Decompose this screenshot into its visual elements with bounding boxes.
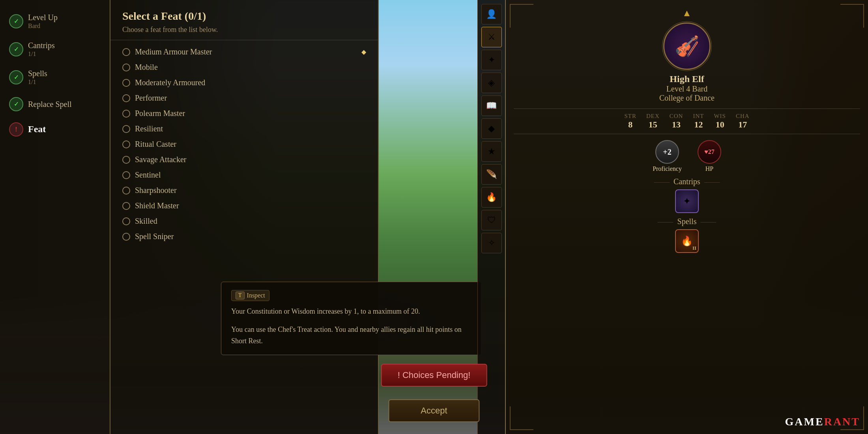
corner-tr [840, 4, 864, 28]
feat-radio [122, 156, 130, 164]
feat-item[interactable]: Medium Armour Master◆ [110, 44, 378, 60]
sidebar-icon-star[interactable]: ★ [481, 141, 502, 162]
choices-pending-button[interactable]: ! Choices Pending! [381, 364, 487, 387]
feat-list[interactable]: Medium Armour Master◆MobileModerately Ar… [110, 40, 378, 245]
stat-label: CON [670, 113, 683, 120]
scroll-up-arrow[interactable]: ▲ [514, 8, 860, 19]
feat-item[interactable]: Resilient [110, 121, 378, 137]
feat-name: Sentinel [135, 170, 161, 180]
sidebar-icon-eye[interactable]: ◈ [481, 73, 502, 93]
sidebar-icon-feather[interactable]: 🪶 [481, 164, 502, 185]
feat-name: Medium Armour Master [135, 47, 212, 56]
feat-name: Moderately Armoured [135, 78, 205, 87]
inspect-label: Inspect [247, 292, 265, 299]
stat-item: CHA17 [736, 113, 750, 130]
feat-item[interactable]: Moderately Armoured [110, 75, 378, 90]
feat-radio [122, 140, 130, 148]
feat-item[interactable]: Tavern Brawler [110, 244, 378, 245]
sidebar-icon-sword[interactable]: ⚔ [481, 27, 502, 47]
stat-item: STR8 [624, 113, 636, 130]
stat-value: 13 [670, 120, 683, 130]
feat-item[interactable]: Sharpshooter [110, 183, 378, 198]
replace-spell-label: Replace Spell [28, 99, 72, 109]
stat-value: 12 [693, 120, 704, 130]
watermark-game: GAME [785, 415, 824, 428]
menu-item-cantrips[interactable]: ✓ Cantrips 1/1 [6, 36, 104, 62]
sidebar-icon-fire[interactable]: 🔥 [481, 187, 502, 208]
cantrips-row: ✦ [514, 189, 860, 213]
proficiency-stat: +2 Proficiency [653, 140, 682, 172]
menu-item-feat[interactable]: ! Feat [6, 118, 104, 141]
feat-tooltip: T Inspect Your Constitution or Wisdom in… [221, 282, 481, 355]
char-panel: ▲ 🎻 High Elf Level 4 Bard College of Dan… [505, 0, 868, 434]
menu-item-replace-spell[interactable]: ✓ Replace Spell [6, 92, 104, 116]
sidebar-icon-shield[interactable]: 🛡 [481, 210, 502, 230]
feat-radio [122, 217, 130, 225]
feat-alert-icon: ! [9, 122, 23, 137]
panel-header: Select a Feat (0/1) Choose a feat from t… [110, 0, 378, 40]
hp-label: HP [698, 165, 721, 172]
stat-value: 10 [714, 120, 726, 130]
feat-name: Shield Master [135, 201, 179, 210]
feat-name: Ritual Caster [135, 140, 176, 149]
cantrip-slot[interactable]: ✦ [675, 189, 699, 213]
feat-item[interactable]: Spell Sniper [110, 229, 378, 244]
feat-item[interactable]: Performer [110, 90, 378, 106]
stat-label: STR [624, 113, 636, 120]
feat-radio [122, 64, 130, 71]
feat-item[interactable]: Sentinel [110, 167, 378, 183]
corner-bl [510, 406, 533, 430]
char-college: College of Dance [514, 94, 860, 103]
feat-name: Spell Sniper [135, 232, 174, 241]
sidebar-icon-aura[interactable]: ✧ [481, 233, 502, 253]
corner-tl [510, 4, 533, 28]
watermark-rant: RANT [824, 415, 860, 428]
proficiency-label: Proficiency [653, 165, 682, 172]
feat-item[interactable]: Polearm Master [110, 106, 378, 121]
feat-radio [122, 110, 130, 118]
sidebar-icon-portrait[interactable]: 👤 [481, 4, 502, 24]
tooltip-line2: You can use the Chef's Treat action. You… [231, 324, 471, 347]
sidebar-icon-diamond[interactable]: ◆ [481, 118, 502, 139]
feat-item[interactable]: Skilled [110, 213, 378, 229]
spells-section-title: Spells [514, 217, 860, 226]
feat-item[interactable]: Savage Attacker [110, 152, 378, 167]
stat-value: 17 [736, 120, 750, 130]
stat-label: CHA [736, 113, 750, 120]
feat-label: Feat [28, 123, 46, 135]
feat-name: Savage Attacker [135, 155, 187, 164]
sidebar-icon-book[interactable]: 📖 [481, 95, 502, 116]
feat-radio [122, 94, 130, 102]
stat-item: INT12 [693, 113, 704, 130]
accept-button[interactable]: Accept [388, 399, 479, 422]
stat-label: WIS [714, 113, 726, 120]
watermark: GAMERANT [785, 415, 860, 428]
accept-btn-container: Accept [388, 399, 479, 422]
spell-slot[interactable]: 🔥 II [675, 229, 699, 253]
level-up-label: Level Up Bard [28, 13, 58, 30]
feat-item[interactable]: Ritual Caster [110, 137, 378, 152]
feat-radio [122, 187, 130, 195]
feat-item[interactable]: Shield Master [110, 198, 378, 213]
feat-name: Resilient [135, 124, 163, 133]
sidebar-icon-magic[interactable]: ✦ [481, 50, 502, 70]
emblem-circle: 🎻 [663, 22, 711, 70]
feat-name: Sharpshooter [135, 186, 177, 195]
feat-radio [122, 125, 130, 133]
stat-label: DEX [646, 113, 660, 120]
menu-item-level-up[interactable]: ✓ Level Up Bard [6, 8, 104, 34]
menu-item-spells[interactable]: ✓ Spells 1/1 [6, 64, 104, 90]
class-emblem: 🎻 High Elf Level 4 Bard College of Dance [514, 22, 860, 103]
feat-name: Performer [135, 94, 167, 103]
replace-spell-icon: ✓ [9, 97, 23, 111]
stat-item: DEX15 [646, 113, 660, 130]
combat-row: +2 Proficiency ♥ 27 HP [514, 140, 860, 172]
cantrips-label: Cantrips 1/1 [28, 41, 55, 58]
feat-radio [122, 48, 130, 56]
stat-item: CON13 [670, 113, 683, 130]
feat-name: Skilled [135, 217, 157, 226]
feat-item[interactable]: Mobile [110, 60, 378, 75]
proficiency-icon: +2 [655, 140, 679, 164]
center-panel: Select a Feat (0/1) Choose a feat from t… [110, 0, 379, 434]
stat-item: WIS10 [714, 113, 726, 130]
